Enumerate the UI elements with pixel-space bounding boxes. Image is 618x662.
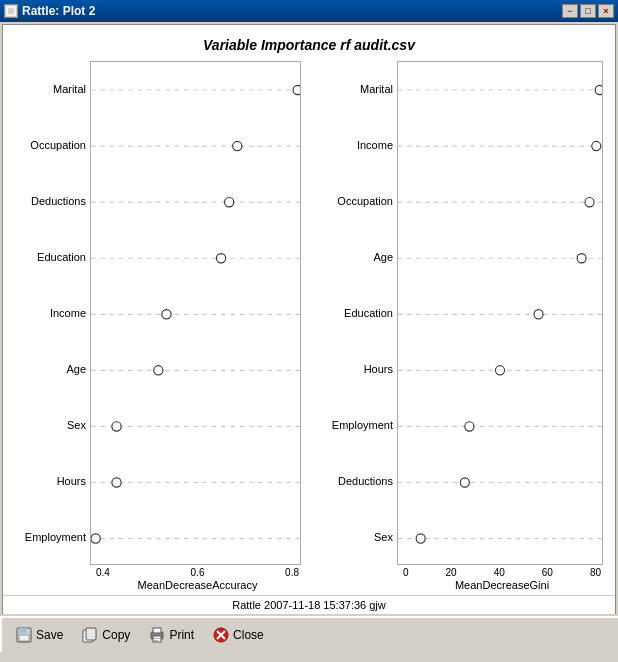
svg-point-34	[465, 422, 474, 431]
close-button[interactable]: ×	[598, 4, 614, 18]
copy-button[interactable]: Copy	[74, 623, 137, 647]
svg-point-15	[154, 366, 163, 375]
svg-point-18	[91, 534, 100, 543]
right-axis-label: MeanDecreaseGini	[401, 579, 603, 591]
svg-point-14	[162, 310, 171, 319]
svg-rect-39	[19, 635, 29, 641]
svg-point-30	[585, 197, 594, 206]
svg-point-17	[112, 478, 121, 487]
svg-point-28	[595, 85, 602, 94]
left-axis-label: MeanDecreaseAccuracy	[94, 579, 301, 591]
svg-point-10	[293, 85, 300, 94]
maximize-button[interactable]: □	[580, 4, 596, 18]
copy-icon	[81, 626, 99, 644]
status-bar: Rattle 2007-11-18 15:37:36 gjw	[3, 595, 615, 614]
print-button[interactable]: Print	[141, 623, 201, 647]
svg-point-32	[534, 310, 543, 319]
svg-point-36	[416, 534, 425, 543]
svg-rect-43	[153, 628, 161, 633]
window-icon	[4, 4, 18, 18]
svg-rect-46	[154, 640, 158, 641]
svg-point-29	[592, 141, 601, 150]
right-y-labels: Marital Income Occupation Age Education …	[317, 61, 397, 565]
svg-rect-41	[86, 628, 96, 640]
svg-rect-45	[154, 638, 160, 639]
toolbar: Save Copy Print	[0, 616, 618, 652]
minimize-button[interactable]: −	[562, 4, 578, 18]
svg-point-12	[225, 197, 234, 206]
svg-point-31	[577, 254, 586, 263]
svg-rect-38	[19, 628, 27, 633]
right-chart-box	[397, 61, 603, 565]
svg-point-16	[112, 422, 121, 431]
svg-point-13	[216, 254, 225, 263]
title-bar: Rattle: Plot 2 − □ ×	[0, 0, 618, 22]
title-bar-title: Rattle: Plot 2	[22, 4, 95, 18]
close-icon	[212, 626, 230, 644]
left-chart-box	[90, 61, 301, 565]
plot-area: Variable Importance rf audit.csv Marital…	[3, 25, 615, 595]
svg-point-11	[233, 141, 242, 150]
save-button[interactable]: Save	[8, 623, 70, 647]
left-y-labels: Marital Occupation Deductions Education …	[15, 61, 90, 565]
svg-point-35	[460, 478, 469, 487]
svg-point-33	[495, 366, 504, 375]
save-icon	[15, 626, 33, 644]
plot-title: Variable Importance rf audit.csv	[15, 37, 603, 53]
svg-rect-0	[7, 7, 15, 15]
print-icon	[148, 626, 166, 644]
close-toolbar-button[interactable]: Close	[205, 623, 271, 647]
